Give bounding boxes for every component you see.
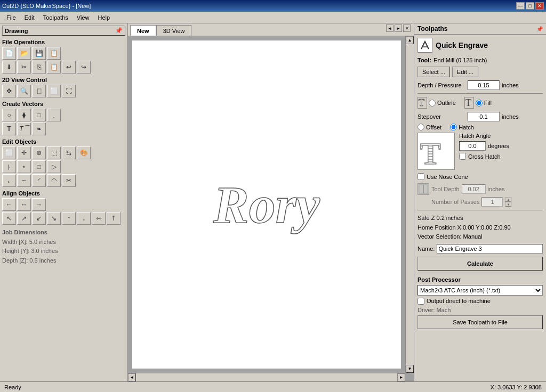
hatch-angle-input[interactable]: [459, 141, 486, 151]
name-input[interactable]: [437, 244, 543, 254]
trim-button[interactable]: ✂: [62, 174, 76, 187]
outline-radio[interactable]: [429, 100, 436, 107]
num-passes-input[interactable]: [481, 197, 503, 207]
restore-button[interactable]: □: [526, 2, 534, 10]
fill-radio[interactable]: [476, 100, 483, 107]
smooth-button[interactable]: ∼: [17, 174, 31, 187]
drawing-panel-header[interactable]: Drawing 📌: [2, 26, 125, 36]
cursor-button[interactable]: ❧: [32, 123, 46, 135]
arc-button[interactable]: ◠: [47, 174, 61, 187]
undo-button[interactable]: ↩: [62, 61, 76, 74]
close-button[interactable]: ✕: [535, 2, 544, 10]
select-tool-button[interactable]: Select ...: [417, 67, 450, 77]
save-file-button[interactable]: 💾: [32, 47, 46, 60]
passes-up[interactable]: ▲: [505, 197, 511, 202]
circle-button[interactable]: ○: [2, 109, 16, 121]
zoom-fit-button[interactable]: ⛶: [62, 85, 76, 97]
dist-h-button[interactable]: ⇿: [92, 212, 106, 225]
menu-help[interactable]: Help: [93, 13, 114, 22]
offset-radio[interactable]: [417, 124, 424, 130]
scroll-h-right[interactable]: ►: [397, 373, 405, 381]
zoom-sel-button[interactable]: ⬜: [47, 85, 61, 97]
tab-nav-left[interactable]: ◄: [386, 24, 394, 32]
save-as-button[interactable]: 📋: [47, 47, 61, 60]
align-br-button[interactable]: ↘: [47, 212, 61, 225]
scroll-h-left[interactable]: ◄: [128, 373, 136, 381]
tab-new[interactable]: New: [130, 25, 156, 36]
tab-3d[interactable]: 3D View: [156, 25, 192, 36]
tool-depth-label: Tool Depth: [431, 186, 460, 192]
align-tr-button[interactable]: ↗: [17, 212, 31, 225]
rect-button[interactable]: □: [32, 109, 46, 121]
align-bc-button[interactable]: ↓: [77, 212, 91, 225]
cut-button[interactable]: ✂: [17, 61, 31, 74]
ellipse-button[interactable]: ⧫: [17, 109, 31, 121]
calculate-button[interactable]: Calculate: [417, 257, 543, 271]
tool-depth-input[interactable]: [462, 184, 486, 194]
extend-button[interactable]: ⋆: [17, 160, 31, 173]
edit-tool-button[interactable]: Edit ...: [452, 67, 478, 77]
paste-button[interactable]: 📋: [47, 61, 61, 74]
scroll-v-down[interactable]: ▼: [406, 365, 414, 373]
tab-nav-right[interactable]: ►: [395, 24, 402, 32]
zoom-box-button[interactable]: ⎕: [32, 85, 46, 97]
copy-button[interactable]: ⎘: [32, 61, 46, 74]
close-path-button[interactable]: □: [32, 160, 46, 173]
join-button[interactable]: ⸠: [2, 160, 16, 173]
post-processor-select[interactable]: Mach2/3 ATC Arcs (inch) (*.txt): [417, 285, 543, 296]
passes-down[interactable]: ▼: [505, 202, 511, 207]
open-file-button[interactable]: 📂: [17, 47, 31, 60]
edit-objects-title: Edit Objects: [2, 138, 125, 145]
canvas-area[interactable]: Rory ▲ ▼ ◄ ►: [128, 36, 414, 381]
dist-v-button[interactable]: ⤒: [107, 212, 121, 225]
menu-toolpaths[interactable]: Toolpaths: [39, 13, 73, 22]
cross-hatch-checkbox[interactable]: [459, 153, 466, 160]
node-select-button[interactable]: ✛: [17, 146, 31, 159]
select-button[interactable]: ⬜: [2, 146, 16, 159]
align-tl-button[interactable]: ↖: [2, 212, 16, 225]
align-left-button[interactable]: ←: [2, 198, 16, 211]
scroll-v-up[interactable]: ▲: [406, 36, 414, 44]
hatch-angle-row: Hatch Angle: [459, 133, 543, 139]
align-center-h-button[interactable]: ↔: [17, 198, 31, 211]
align-tc-button[interactable]: ↑: [62, 212, 76, 225]
panel-pin-icon[interactable]: 📌: [536, 26, 543, 32]
minimize-button[interactable]: —: [516, 2, 525, 10]
new-file-button[interactable]: 📄: [2, 47, 16, 60]
output-direct-checkbox[interactable]: [417, 298, 424, 305]
text-arc-button[interactable]: T⁀: [17, 123, 31, 135]
zoom-button[interactable]: 🔍: [17, 85, 31, 97]
tab-close[interactable]: ✕: [403, 24, 411, 32]
polyline-button[interactable]: ˰: [47, 109, 61, 121]
text-button[interactable]: T: [2, 123, 16, 135]
corner-button[interactable]: ⌞: [2, 174, 16, 187]
save-toolpath-button[interactable]: Save Toolpath to File: [417, 315, 543, 329]
stepover-input[interactable]: [468, 112, 500, 121]
hatch-radio[interactable]: [450, 124, 457, 130]
align-bl-button[interactable]: ↙: [32, 212, 46, 225]
fit-button[interactable]: ▷: [47, 160, 61, 173]
hatch-angle-unit: degrees: [488, 143, 509, 149]
transform-button[interactable]: ⬚: [47, 146, 61, 159]
menu-file[interactable]: File: [2, 13, 20, 22]
drawing-panel-pin[interactable]: 📌: [115, 27, 123, 34]
align-objects-title: Align Objects: [2, 190, 125, 197]
pan-button[interactable]: ✥: [2, 85, 16, 97]
nose-cone-checkbox[interactable]: [417, 173, 424, 180]
tabs-bar: New 3D View ◄ ► ✕: [128, 23, 414, 36]
fillet-button[interactable]: ◜: [32, 174, 46, 187]
group-select-button[interactable]: ⊕: [32, 146, 46, 159]
edit-objects-row3: ⌞ ∼ ◜ ◠ ✂: [2, 174, 125, 187]
menu-view[interactable]: View: [73, 13, 94, 22]
mirror-button[interactable]: ⇆: [62, 146, 76, 159]
color-button[interactable]: 🎨: [77, 146, 91, 159]
redo-button[interactable]: ↪: [77, 61, 91, 74]
depth-input[interactable]: [468, 80, 500, 90]
canvas-scroll-horizontal[interactable]: ◄ ►: [128, 373, 405, 381]
svg-text:T: T: [465, 97, 471, 108]
canvas-scroll-vertical[interactable]: ▲ ▼: [405, 36, 414, 373]
menu-edit[interactable]: Edit: [20, 13, 39, 22]
align-row2: ↖ ↗ ↙ ↘ ↑ ↓ ⇿ ⤒: [2, 212, 125, 225]
align-right-button[interactable]: →: [32, 198, 46, 211]
import-button[interactable]: ⬇: [2, 61, 16, 74]
